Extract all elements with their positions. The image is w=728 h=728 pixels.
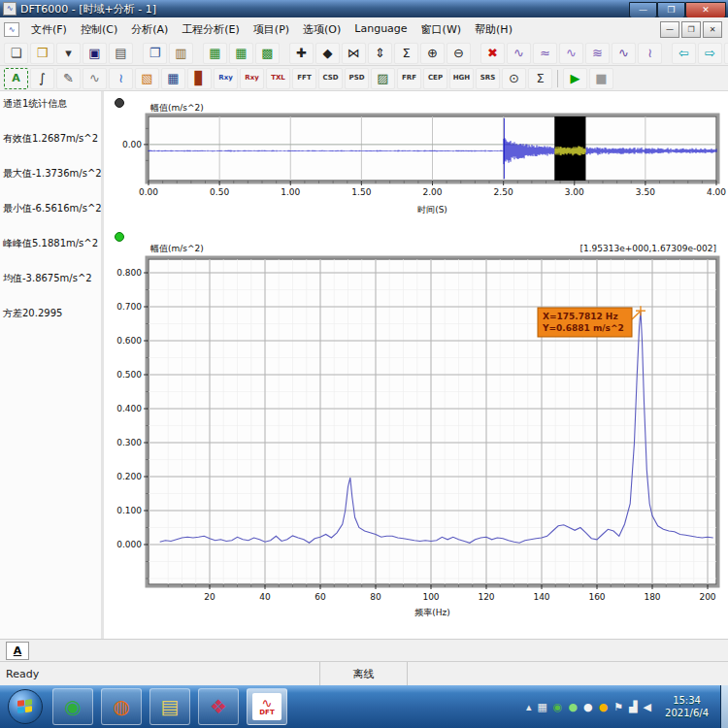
tray-orange-icon[interactable]: ●: [599, 702, 609, 712]
maximize-button[interactable]: ❐: [657, 2, 685, 18]
layout-grid3-icon[interactable]: ▩: [255, 43, 280, 64]
menu-item-8[interactable]: 窗口(W): [414, 19, 468, 40]
taskbar-app-browser-icon: ◍: [113, 695, 129, 718]
txl-icon[interactable]: TXL: [266, 68, 290, 89]
rxy-red-icon[interactable]: Rxy: [240, 68, 264, 89]
nav-down-icon[interactable]: ⇩: [724, 43, 728, 64]
close-button[interactable]: ✕: [685, 2, 726, 18]
expand-vertical-icon[interactable]: ⇕: [368, 43, 392, 64]
pan-tool-icon[interactable]: ✚: [289, 43, 314, 64]
rxy-blue-icon[interactable]: Rxy: [214, 68, 238, 89]
svg-text:2.00: 2.00: [422, 187, 442, 197]
chart-panel: 0.000.501.001.502.002.503.003.504.000.00…: [104, 91, 728, 639]
save-icon[interactable]: ▣: [83, 43, 107, 64]
wave-tool-5-icon[interactable]: ∿: [612, 43, 636, 64]
frf-icon[interactable]: FRF: [397, 68, 421, 89]
tray-network-icon[interactable]: ▟: [629, 702, 637, 712]
svg-text:0.200: 0.200: [116, 472, 142, 481]
svg-text:120: 120: [478, 592, 494, 602]
copy-icon[interactable]: ❐: [143, 43, 167, 64]
menu-item-9[interactable]: 帮助(H): [468, 19, 519, 40]
svg-text:1.50: 1.50: [351, 187, 371, 197]
nav-left-icon[interactable]: ⇦: [672, 43, 696, 64]
menu-item-1[interactable]: 文件(F): [24, 19, 74, 40]
tray-volume-icon[interactable]: ◀: [644, 702, 651, 712]
layout-grid-icon[interactable]: ▦: [203, 43, 227, 64]
csd-icon[interactable]: CSD: [318, 68, 343, 89]
menu-item-2[interactable]: 控制(C): [74, 19, 124, 40]
minimize-button[interactable]: —: [629, 2, 657, 18]
tray-green-icon[interactable]: ●: [568, 702, 578, 712]
taskbar-app-browser[interactable]: ◍: [101, 688, 142, 725]
wave-tool-3-icon[interactable]: ∿: [559, 43, 583, 64]
mdi-restore-button[interactable]: ❐: [681, 21, 701, 38]
menu-item-3[interactable]: 分析(A): [124, 19, 175, 40]
select-a-icon[interactable]: A: [4, 68, 28, 89]
open-dropdown-icon[interactable]: ▾: [56, 43, 81, 64]
spectrum-chart[interactable]: 204060801001201401601802000.8000.7000.60…: [108, 227, 728, 617]
wave-tool-4-icon[interactable]: ≋: [585, 43, 610, 64]
stop-icon[interactable]: ■: [589, 68, 613, 89]
status-bar: Ready 离线: [0, 661, 728, 686]
start-button[interactable]: [8, 689, 43, 724]
cep-icon[interactable]: CEP: [423, 68, 447, 89]
dft-app-icon: ∿ DFT: [252, 693, 281, 720]
mdi-close-button[interactable]: ✕: [703, 21, 722, 38]
table-icon[interactable]: ▦: [161, 68, 185, 89]
zoom-in-icon[interactable]: ⊕: [420, 43, 445, 64]
run-icon[interactable]: ▶: [563, 68, 587, 89]
open-file-icon[interactable]: ❒: [30, 43, 54, 64]
histogram-icon[interactable]: ▊: [187, 68, 212, 89]
cursor-annotation[interactable]: X=175.7812 HzY=0.6881 m/s^2: [538, 308, 632, 337]
taskbar-app-dft[interactable]: ∿ DFT: [247, 688, 287, 725]
wave-tool-2-icon[interactable]: ≈: [533, 43, 557, 64]
print-icon[interactable]: ▤: [109, 43, 133, 64]
taskbar-clock[interactable]: 15:34 2021/6/4: [665, 694, 709, 719]
delete-trace-icon[interactable]: ✖: [480, 43, 505, 64]
menu-item-5[interactable]: 项目(P): [247, 19, 296, 40]
tray-white-icon[interactable]: ●: [583, 702, 593, 712]
tab-strip: A: [0, 639, 728, 661]
taskbar-app-color[interactable]: ❖: [198, 688, 239, 725]
srs-icon[interactable]: SRS: [476, 68, 500, 89]
paste-icon[interactable]: ▥: [169, 43, 193, 64]
svg-text:1.00: 1.00: [281, 187, 300, 197]
multi-chart-icon[interactable]: ▧: [135, 68, 159, 89]
mdi-minimize-button[interactable]: —: [660, 21, 679, 38]
tab-a-button[interactable]: A: [6, 642, 29, 660]
app-icon: ∿: [3, 2, 17, 16]
cursor-diamond-icon[interactable]: ◆: [315, 43, 340, 64]
zoom-out-icon[interactable]: ⊖: [447, 43, 471, 64]
menu-item-6[interactable]: 选项(O): [296, 19, 347, 40]
menu-item-4[interactable]: 工程分析(E): [175, 19, 247, 40]
pencil-icon[interactable]: ✎: [56, 68, 81, 89]
tray-flag-icon[interactable]: ⚑: [613, 702, 623, 712]
tray-expand-icon[interactable]: ▴: [526, 702, 532, 712]
waveform-icon[interactable]: ∿: [83, 68, 107, 89]
taskbar-app-green[interactable]: ◉: [52, 688, 93, 725]
fft-icon[interactable]: FFT: [292, 68, 316, 89]
wave-tool-6-icon[interactable]: ≀: [638, 43, 662, 64]
signal-icon[interactable]: ≀: [109, 68, 133, 89]
hgh-icon[interactable]: HGH: [449, 68, 474, 89]
spectrum-map-icon[interactable]: ▨: [371, 68, 395, 89]
svg-text:3.00: 3.00: [565, 187, 584, 197]
show-desktop-button[interactable]: [720, 685, 728, 728]
new-file-icon[interactable]: ❏: [4, 43, 28, 64]
svg-text:0.300: 0.300: [116, 438, 142, 447]
tray-shield-icon[interactable]: ◉: [553, 702, 563, 712]
psd-icon[interactable]: PSD: [345, 68, 369, 89]
wave-tool-1-icon[interactable]: ∿: [507, 43, 531, 64]
sum-icon[interactable]: Σ: [528, 68, 552, 89]
octave-icon[interactable]: ⊙: [502, 68, 526, 89]
cursor-pair-icon[interactable]: ⋈: [342, 43, 366, 64]
taskbar-app-media[interactable]: ▤: [149, 688, 190, 725]
time-domain-chart[interactable]: 0.000.501.001.502.002.503.003.504.000.00…: [108, 95, 728, 221]
layout-grid2-icon[interactable]: ▦: [229, 43, 253, 64]
tray-calendar-icon[interactable]: ▦: [537, 702, 546, 712]
cursor-x-value: X=175.7812 Hz: [543, 312, 618, 321]
nav-right-icon[interactable]: ⇨: [698, 43, 722, 64]
menu-item-7[interactable]: Language: [347, 19, 414, 40]
integral-icon[interactable]: ∫: [30, 68, 54, 89]
sigma-cursor-icon[interactable]: Σ: [394, 43, 418, 64]
